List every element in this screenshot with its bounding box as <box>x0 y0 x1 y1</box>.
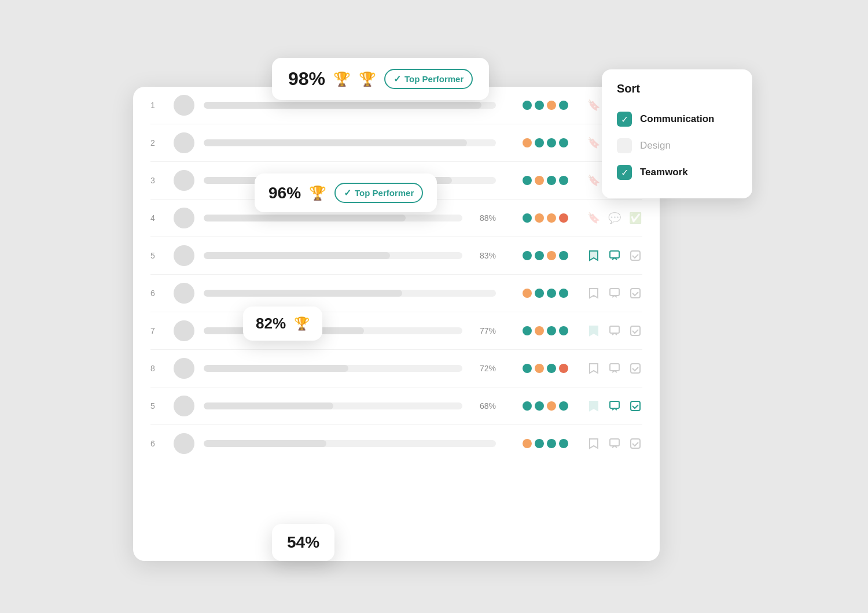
avatar <box>174 396 194 416</box>
dot <box>523 289 532 298</box>
dot <box>535 326 544 335</box>
svg-rect-3 <box>631 289 640 298</box>
dot <box>523 251 532 260</box>
table-row: 6 <box>150 275 642 312</box>
svg-rect-10 <box>610 439 619 446</box>
badge-check-icon: ✓ <box>393 73 401 84</box>
action-icons <box>587 286 642 300</box>
sort-label-communication: Communication <box>640 113 714 125</box>
sort-item-communication[interactable]: ✓ Communication <box>617 106 737 132</box>
bookmark-icon[interactable] <box>587 324 601 338</box>
dot <box>559 439 568 448</box>
sort-item-design[interactable]: Design <box>617 132 737 159</box>
comment-icon: 💬 <box>608 211 621 225</box>
dot <box>547 364 556 373</box>
dot <box>559 101 568 110</box>
action-icons: 🔖 💬 ✅ <box>587 211 642 225</box>
row-number: 6 <box>150 289 164 298</box>
row-number: 7 <box>150 326 164 335</box>
comment-icon[interactable] <box>608 324 621 338</box>
main-card: 1 🔖 💬 ✅ 2 <box>133 87 660 561</box>
scene: 1 🔖 💬 ✅ 2 <box>116 40 752 573</box>
dot <box>559 326 568 335</box>
percent-label: 83% <box>472 251 496 260</box>
check-icon[interactable] <box>628 437 642 450</box>
comment-icon[interactable] <box>608 249 621 263</box>
table-row: 2 🔖 💬 ✅ <box>150 124 642 162</box>
dot <box>547 138 556 147</box>
avatar <box>174 358 194 379</box>
row-number: 5 <box>150 401 164 411</box>
tooltip-percent: 96% <box>269 184 301 202</box>
check-icon[interactable] <box>628 249 642 263</box>
comment-icon[interactable] <box>608 286 621 300</box>
action-icons <box>587 437 642 450</box>
sort-checkbox-communication[interactable]: ✓ <box>617 112 632 127</box>
avatar <box>174 208 194 228</box>
table-row: 6 <box>150 425 642 462</box>
bookmark-icon[interactable] <box>587 286 601 300</box>
dots <box>523 251 568 260</box>
percent-label: 88% <box>472 213 496 223</box>
dots <box>523 439 568 448</box>
action-icons <box>587 361 642 375</box>
bookmark-icon: 🔖 <box>587 136 601 150</box>
check-icon[interactable] <box>628 361 642 375</box>
dot <box>523 138 532 147</box>
comment-icon[interactable] <box>608 437 621 450</box>
action-icons <box>587 324 642 338</box>
sort-item-teamwork[interactable]: ✓ Teamwork <box>617 159 737 186</box>
dot <box>523 401 532 411</box>
dot <box>547 401 556 411</box>
progress-bar <box>204 139 496 146</box>
dot <box>535 401 544 411</box>
bookmark-icon[interactable] <box>587 249 601 263</box>
progress-bar <box>204 440 496 447</box>
bookmark-icon: 🔖 <box>587 98 601 112</box>
dots <box>523 326 568 335</box>
row-number: 4 <box>150 213 164 223</box>
dot <box>535 213 544 223</box>
table-row: 8 72% <box>150 350 642 387</box>
sort-checkbox-teamwork[interactable]: ✓ <box>617 165 632 180</box>
check-icon[interactable] <box>628 286 642 300</box>
bookmark-icon[interactable] <box>587 437 601 450</box>
dots <box>523 138 568 147</box>
table-row: 5 83% <box>150 237 642 275</box>
bookmark-icon[interactable] <box>587 399 601 413</box>
avatar <box>174 245 194 266</box>
dot <box>547 326 556 335</box>
progress-bar <box>204 402 462 409</box>
badge-check-icon: ✓ <box>344 187 351 198</box>
action-icons <box>587 249 642 263</box>
dots <box>523 401 568 411</box>
avatar <box>174 95 194 116</box>
dot <box>535 289 544 298</box>
check-icon[interactable] <box>628 399 642 413</box>
svg-rect-4 <box>610 326 619 333</box>
sort-checkbox-design[interactable] <box>617 138 632 153</box>
comment-icon[interactable] <box>608 361 621 375</box>
check-icon[interactable] <box>628 324 642 338</box>
svg-rect-7 <box>631 364 640 373</box>
dot <box>535 364 544 373</box>
avatar <box>174 132 194 153</box>
comment-icon[interactable] <box>608 399 621 413</box>
bookmark-icon[interactable] <box>587 361 601 375</box>
bookmark-icon: 🔖 <box>587 211 601 225</box>
dot <box>547 439 556 448</box>
top-performer-badge-2: ✓ Top Performer <box>334 183 423 203</box>
percent-label: 77% <box>472 326 496 335</box>
sort-label-design: Design <box>640 140 671 152</box>
percent-label: 68% <box>472 401 496 411</box>
dot <box>547 101 556 110</box>
sort-title: Sort <box>617 82 737 95</box>
badge-label: Top Performer <box>404 74 464 84</box>
row-number: 1 <box>150 101 164 110</box>
trophy-outline-icon: 🏆 <box>294 316 310 331</box>
svg-rect-5 <box>631 326 640 335</box>
table-row: 5 68% <box>150 387 642 425</box>
dot <box>523 176 532 185</box>
tooltip-98: 98% 🏆 🏆 ✓ Top Performer <box>272 58 489 100</box>
svg-rect-1 <box>631 251 640 260</box>
